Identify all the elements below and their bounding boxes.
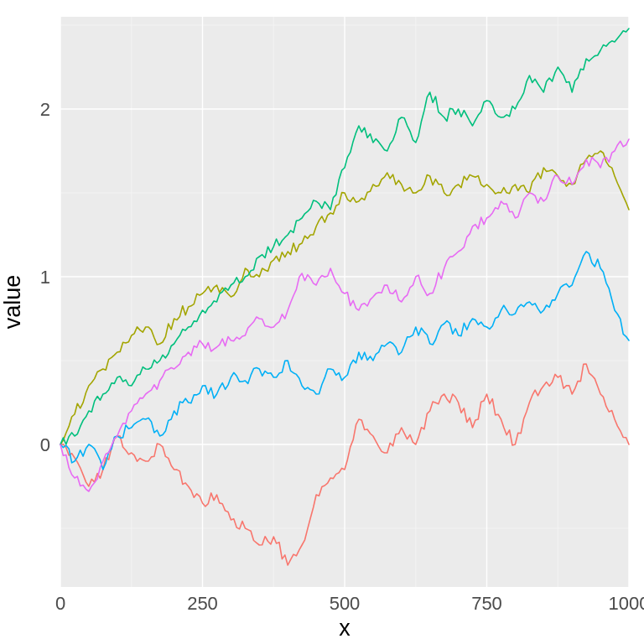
y-tick-label: 2	[40, 99, 50, 120]
x-tick-label: 250	[187, 593, 218, 614]
line-chart: 02505007501000012xvalue	[0, 0, 644, 644]
x-tick-label: 1000	[609, 593, 644, 614]
y-tick-label: 1	[40, 267, 50, 288]
y-axis-title: value	[0, 275, 25, 330]
x-axis-title: x	[339, 615, 351, 641]
x-tick-label: 0	[55, 593, 65, 614]
y-tick-label: 0	[40, 434, 50, 455]
chart-svg: 02505007501000012xvalue	[0, 0, 644, 644]
x-tick-label: 500	[330, 593, 361, 614]
x-tick-label: 750	[471, 593, 502, 614]
